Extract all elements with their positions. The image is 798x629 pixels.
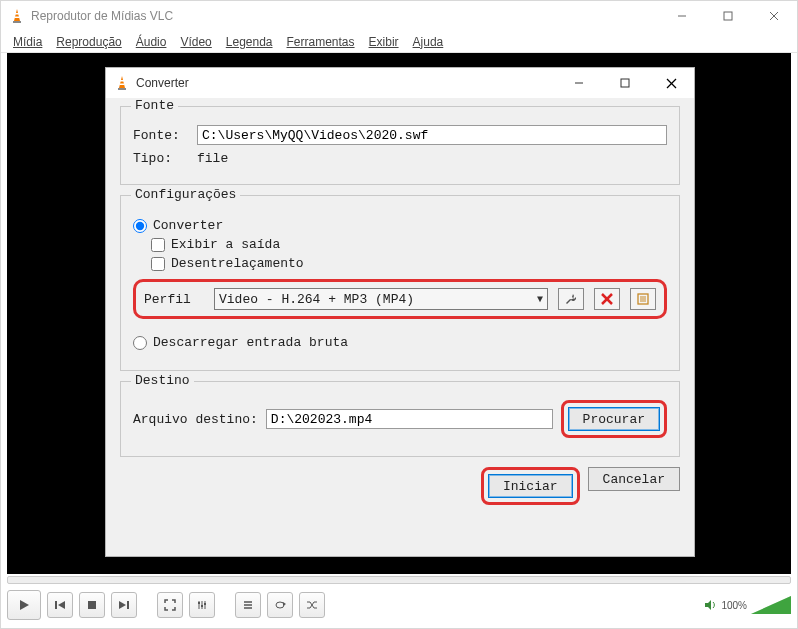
edit-profile-button[interactable] [558, 288, 584, 310]
main-close-button[interactable] [751, 1, 797, 31]
svg-rect-28 [120, 84, 125, 86]
browse-highlight: Procurar [561, 400, 667, 438]
delete-x-icon [601, 293, 613, 305]
new-profile-button[interactable] [630, 288, 656, 310]
svg-rect-26 [118, 88, 126, 90]
dialog-maximize-button[interactable] [602, 68, 648, 98]
fullscreen-button[interactable] [157, 592, 183, 618]
type-value: file [197, 151, 228, 166]
svg-rect-13 [127, 601, 129, 609]
volume-percent: 100% [721, 600, 747, 611]
profile-highlight: Perfil Video - H.264 + MP3 (MP4) ▼ [133, 279, 667, 319]
stop-button[interactable] [79, 592, 105, 618]
svg-rect-2 [15, 13, 19, 15]
playlist-button[interactable] [235, 592, 261, 618]
start-button[interactable]: Iniciar [488, 474, 573, 498]
vlc-cone-icon [114, 75, 130, 91]
delete-profile-button[interactable] [594, 288, 620, 310]
next-button[interactable] [111, 592, 137, 618]
loop-button[interactable] [267, 592, 293, 618]
deinterlace-label: Desentrelaçamento [171, 256, 304, 271]
svg-rect-19 [204, 603, 206, 605]
vlc-cone-icon [9, 8, 25, 24]
type-label: Tipo: [133, 151, 189, 166]
destination-groupbox: Destino Arquivo destino: Procurar [120, 381, 680, 457]
prev-button[interactable] [47, 592, 73, 618]
dialog-minimize-button[interactable] [556, 68, 602, 98]
destination-input[interactable] [266, 409, 553, 429]
browse-button[interactable]: Procurar [568, 407, 660, 431]
convert-radio[interactable] [133, 219, 147, 233]
svg-marker-10 [58, 601, 65, 609]
dialog-titlebar: Converter [106, 68, 694, 98]
svg-rect-3 [15, 17, 20, 19]
menu-exibir[interactable]: Exibir [369, 35, 399, 49]
menu-ferramentas[interactable]: Ferramentas [287, 35, 355, 49]
menu-midia[interactable]: Mídia [13, 35, 42, 49]
destination-label: Arquivo destino: [133, 412, 258, 427]
settings-groupbox: Configurações Converter Exibir a saída D… [120, 195, 680, 371]
main-titlebar: Reprodutor de Mídias VLC [1, 1, 797, 31]
main-minimize-button[interactable] [659, 1, 705, 31]
profile-combobox[interactable]: Video - H.264 + MP3 (MP4) ▼ [214, 288, 548, 310]
cancel-button[interactable]: Cancelar [588, 467, 680, 491]
svg-marker-23 [283, 602, 286, 606]
svg-marker-12 [119, 601, 126, 609]
start-highlight: Iniciar [481, 467, 580, 505]
svg-rect-30 [621, 79, 629, 87]
profile-label: Perfil [144, 292, 204, 307]
svg-rect-11 [88, 601, 96, 609]
deinterlace-checkbox[interactable] [151, 257, 165, 271]
svg-marker-24 [705, 600, 711, 610]
converter-dialog: Converter Fonte Fonte: Tipo: file Config… [105, 67, 695, 557]
source-input[interactable] [197, 125, 667, 145]
main-window-title: Reprodutor de Mídias VLC [31, 9, 659, 23]
menu-legenda[interactable]: Legenda [226, 35, 273, 49]
main-maximize-button[interactable] [705, 1, 751, 31]
svg-rect-27 [120, 80, 124, 82]
destination-group-title: Destino [131, 373, 194, 388]
menu-video[interactable]: Vídeo [180, 35, 211, 49]
svg-rect-18 [201, 605, 203, 607]
cancel-button-label: Cancelar [603, 472, 665, 487]
dump-raw-radio[interactable] [133, 336, 147, 350]
seek-slider[interactable] [7, 576, 791, 584]
volume-control[interactable]: 100% [703, 596, 791, 614]
chevron-down-icon: ▼ [537, 294, 543, 305]
show-output-label: Exibir a saída [171, 237, 280, 252]
new-profile-icon [636, 292, 650, 306]
source-label: Fonte: [133, 128, 189, 143]
dialog-close-button[interactable] [648, 68, 694, 98]
volume-slider[interactable] [751, 596, 791, 614]
menu-audio[interactable]: Áudio [136, 35, 167, 49]
svg-rect-9 [55, 601, 57, 609]
browse-button-label: Procurar [583, 412, 645, 427]
start-button-label: Iniciar [503, 479, 558, 494]
svg-rect-5 [724, 12, 732, 20]
menu-ajuda[interactable]: Ajuda [413, 35, 444, 49]
shuffle-button[interactable] [299, 592, 325, 618]
dump-raw-label: Descarregar entrada bruta [153, 335, 348, 350]
svg-marker-8 [20, 600, 29, 610]
settings-group-title: Configurações [131, 187, 240, 202]
source-groupbox: Fonte Fonte: Tipo: file [120, 106, 680, 185]
svg-rect-17 [198, 602, 200, 604]
play-button[interactable] [7, 590, 41, 620]
convert-radio-label: Converter [153, 218, 223, 233]
profile-selected-value: Video - H.264 + MP3 (MP4) [219, 292, 414, 307]
dialog-title: Converter [136, 76, 556, 90]
main-menubar: Mídia Reprodução Áudio Vídeo Legenda Fer… [1, 31, 797, 53]
speaker-icon [703, 598, 717, 612]
source-group-title: Fonte [131, 98, 178, 113]
show-output-checkbox[interactable] [151, 238, 165, 252]
svg-rect-1 [13, 21, 21, 23]
svg-marker-0 [14, 9, 20, 21]
bottom-controls: 100% [1, 574, 797, 628]
extended-settings-button[interactable] [189, 592, 215, 618]
menu-reproducao[interactable]: Reprodução [56, 35, 121, 49]
wrench-icon [564, 292, 578, 306]
svg-marker-25 [119, 76, 125, 88]
